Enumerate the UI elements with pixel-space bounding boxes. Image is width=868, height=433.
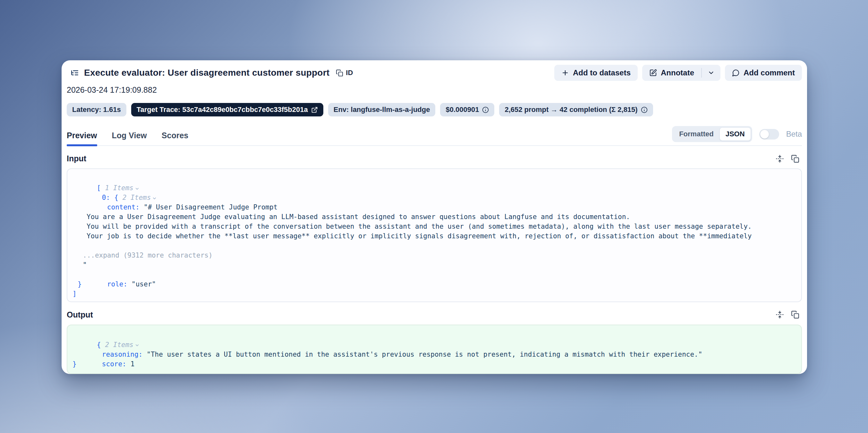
toggle-knob [760, 130, 769, 138]
json-line: } [67, 279, 801, 289]
closing-quote: " [83, 261, 87, 269]
cost-badge[interactable]: $0.000901 [440, 103, 494, 117]
json-blank-line [67, 241, 801, 250]
json-option[interactable]: JSON [719, 127, 751, 141]
score-value: 1 [130, 360, 135, 368]
prompt-paragraph: Your job is to decide whether the **last… [87, 232, 751, 240]
copy-icon [791, 155, 799, 163]
timestamp: 2026-03-24 17:19:09.882 [67, 85, 802, 95]
input-section-label: Input [67, 154, 86, 163]
prompt-paragraph: You will be provided with a transcript o… [87, 223, 751, 230]
tab-bar: Preview Log View Scores Formatted JSON B… [67, 126, 802, 146]
json-line: reasoning:"The user states a UI button m… [67, 340, 801, 350]
formatted-option[interactable]: Formatted [673, 128, 719, 141]
fold-vertical-icon [776, 155, 784, 163]
info-icon [641, 106, 648, 113]
expand-link[interactable]: ...expand (9312 more characters) [83, 251, 213, 259]
tab-log-view[interactable]: Log View [112, 131, 147, 145]
tokens-badge[interactable]: 2,652 prompt → 42 completion (Σ 2,815) [499, 103, 653, 117]
add-to-datasets-label: Add to datasets [573, 68, 631, 77]
add-comment-label: Add comment [744, 68, 795, 77]
input-section-icons [776, 155, 799, 163]
json-line: [1 Items [67, 174, 801, 183]
array-close: ] [72, 290, 77, 298]
beta-label: Beta [786, 130, 802, 138]
json-line: You will be provided with a transcript o… [67, 222, 801, 231]
chevron-down-icon [708, 69, 715, 76]
fold-vertical-icon [776, 310, 784, 319]
object-open: { [114, 194, 118, 202]
json-line: 0:{2 Items [67, 183, 801, 193]
copy-icon [791, 310, 799, 319]
json-line: } [67, 359, 801, 369]
index-key: 0: [102, 194, 110, 202]
tab-scores[interactable]: Scores [162, 131, 188, 145]
page-title: Execute evaluator: User disagreement cus… [84, 68, 330, 78]
input-json-viewer: [1 Items 0:{2 Items content:"# User Disa… [67, 168, 802, 302]
target-trace-badge[interactable]: Target Trace: 53c7a42c89e0bc7cbbc7e0c33f… [131, 103, 323, 117]
chevron-down-icon[interactable] [152, 196, 157, 201]
add-to-datasets-button[interactable]: Add to datasets [554, 65, 638, 81]
info-icon [482, 106, 489, 113]
json-line: Your job is to decide whether the **last… [67, 231, 801, 241]
beta-toggle[interactable] [759, 129, 779, 140]
json-line: {2 Items [67, 330, 801, 340]
collapse-all-button[interactable] [776, 155, 784, 163]
json-line: role:"user" [67, 270, 801, 279]
items-count[interactable]: 1 Items [105, 183, 134, 193]
comment-bubble-icon [732, 69, 740, 76]
annotate-label: Annotate [661, 68, 694, 77]
badge-row: Latency: 1.61s Target Trace: 53c7a42c89e… [67, 103, 802, 117]
reasoning-value: "The user states a UI button mentioned i… [147, 350, 702, 358]
input-section-header: Input [67, 154, 802, 163]
content-value: "# User Disagreement Judge Prompt [144, 203, 277, 211]
header-actions: Add to datasets Annotate [554, 65, 802, 81]
prompt-paragraph: You are a User Disagreement Judge evalua… [87, 213, 630, 221]
annotate-split-button: Annotate [642, 65, 720, 81]
external-link-icon [311, 106, 318, 113]
object-close: } [72, 360, 77, 368]
copy-output-button[interactable] [791, 310, 799, 319]
plus-icon [561, 69, 569, 76]
json-line: content:"# User Disagreement Judge Promp… [67, 193, 801, 203]
latency-value: Latency: 1.61s [72, 105, 121, 114]
copy-id-control[interactable]: ID [336, 69, 353, 77]
view-controls: Formatted JSON Beta [672, 126, 802, 145]
tab-preview[interactable]: Preview [67, 131, 97, 145]
env-badge: Env: langfuse-llm-as-a-judge [328, 103, 436, 117]
role-value: "user" [131, 280, 156, 288]
annotate-dropdown-button[interactable] [702, 65, 720, 81]
items-count[interactable]: 2 Items [123, 193, 151, 203]
content-key: content: [107, 203, 140, 211]
chevron-down-icon[interactable] [135, 343, 140, 348]
copy-input-button[interactable] [791, 155, 799, 163]
cost-value: $0.000901 [445, 105, 479, 114]
tokens-value: 2,652 prompt → 42 completion (Σ 2,815) [504, 105, 638, 114]
id-label: ID [346, 69, 353, 77]
trace-detail-card: Execute evaluator: User disagreement cus… [62, 60, 807, 374]
latency-badge: Latency: 1.61s [67, 103, 126, 117]
output-section-icons [776, 310, 799, 319]
edit-icon [649, 69, 657, 76]
object-close: } [78, 280, 82, 288]
chevron-down-icon[interactable] [135, 186, 140, 191]
add-comment-button[interactable]: Add comment [725, 65, 802, 81]
score-key: score: [102, 360, 126, 368]
output-section-header: Output [67, 310, 802, 319]
collapse-all-button[interactable] [776, 310, 784, 319]
env-value: Env: langfuse-llm-as-a-judge [334, 105, 430, 114]
role-key: role: [107, 280, 127, 288]
annotate-button[interactable]: Annotate [642, 65, 701, 81]
header-row: Execute evaluator: User disagreement cus… [67, 65, 802, 81]
output-section-label: Output [67, 310, 93, 319]
output-json-viewer: {2 Items reasoning:"The user states a UI… [67, 324, 802, 374]
object-open: { [97, 341, 101, 349]
format-segmented-control: Formatted JSON [672, 126, 752, 142]
json-line: You are a User Disagreement Judge evalua… [67, 212, 801, 222]
json-line: ...expand (9312 more characters) [67, 250, 801, 260]
json-line: ] [67, 289, 801, 299]
array-open: [ [97, 184, 101, 192]
items-count[interactable]: 2 Items [105, 340, 134, 350]
copy-icon[interactable] [336, 69, 343, 76]
list-tree-icon[interactable] [70, 69, 79, 77]
